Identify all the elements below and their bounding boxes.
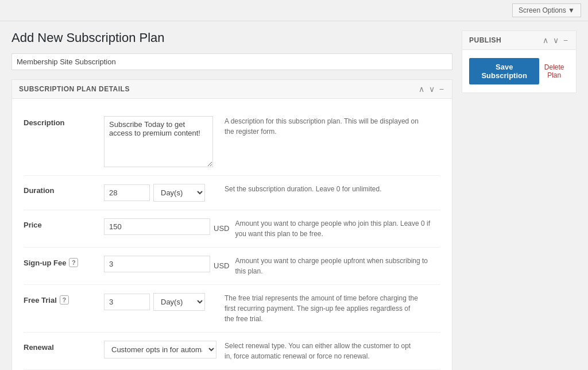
renewal-control-area: Customer opts in for automatic renewal F… <box>104 341 440 361</box>
publish-down-button[interactable]: ∨ <box>552 36 560 45</box>
renewal-row: Renewal Customer opts in for automatic r… <box>24 333 440 370</box>
subscription-details-panel: SUBSCRIPTION PLAN DETAILS ∧ ∨ − Descript… <box>11 79 452 370</box>
signup-fee-row: Sign-up Fee ? 3 USD Amount you want to c… <box>24 248 440 285</box>
price-control-area: 150 USD Amount you want to charge people… <box>104 218 440 239</box>
page-title: Add New Subscription Plan <box>11 30 452 45</box>
publish-header-controls: ∧ ∨ − <box>541 36 569 45</box>
signup-fee-label: Sign-up Fee ? <box>24 256 104 267</box>
panel-up-button[interactable]: ∧ <box>417 84 425 94</box>
renewal-label: Renewal <box>24 341 104 352</box>
publish-body: Save Subscription Delete Plan <box>462 50 576 92</box>
price-controls: 150 USD <box>104 218 229 235</box>
panel-header-label: SUBSCRIPTION PLAN DETAILS <box>19 85 130 93</box>
free-trial-control-area: 3 Day(s) Week(s) Month(s) Year(s) The fr… <box>104 293 440 324</box>
screen-options-button[interactable]: Screen Options ▼ <box>512 3 581 17</box>
description-label: Description <box>24 116 104 127</box>
signup-fee-help: Amount you want to charge people upfront… <box>235 256 430 276</box>
sidebar: PUBLISH ∧ ∨ − Save Subscription Delete P… <box>462 30 577 370</box>
save-subscription-button[interactable]: Save Subscription <box>469 58 539 84</box>
duration-unit-select[interactable]: Day(s) Week(s) Month(s) Year(s) <box>153 184 205 202</box>
panel-header: SUBSCRIPTION PLAN DETAILS ∧ ∨ − <box>12 80 452 99</box>
free-trial-input[interactable]: 3 <box>104 294 150 310</box>
signup-fee-help-icon[interactable]: ? <box>69 258 78 267</box>
signup-fee-controls: 3 USD <box>104 256 229 272</box>
publish-header: PUBLISH ∧ ∨ − <box>462 31 576 50</box>
free-trial-controls: 3 Day(s) Week(s) Month(s) Year(s) <box>104 293 219 311</box>
duration-control-area: 28 Day(s) Week(s) Month(s) Year(s) Set t… <box>104 184 440 202</box>
price-row: Price 150 USD Amount you want to charge … <box>24 210 440 248</box>
price-label: Price <box>24 218 104 229</box>
description-help: A description for this subscription plan… <box>225 116 420 137</box>
free-trial-label: Free Trial ? <box>24 293 104 305</box>
duration-input[interactable]: 28 <box>104 184 150 201</box>
price-input[interactable]: 150 <box>104 218 210 235</box>
delete-plan-button[interactable]: Delete Plan <box>539 63 569 79</box>
signup-fee-input[interactable]: 3 <box>104 256 210 272</box>
free-trial-unit-select[interactable]: Day(s) Week(s) Month(s) Year(s) <box>153 293 205 311</box>
free-trial-help-icon[interactable]: ? <box>60 295 69 305</box>
free-trial-help: The free trial represents the amount of … <box>225 293 420 324</box>
publish-actions: Save Subscription Delete Plan <box>469 58 569 84</box>
description-controls: Subscribe Today to get access to premium… <box>104 116 219 167</box>
description-textarea[interactable]: Subscribe Today to get access to premium… <box>104 116 213 167</box>
panel-down-button[interactable]: ∨ <box>428 84 436 94</box>
publish-up-button[interactable]: ∧ <box>541 36 550 45</box>
duration-help: Set the subscription duration. Leave 0 f… <box>225 184 382 194</box>
duration-row: Duration 28 Day(s) Week(s) Month(s) Year… <box>24 176 440 210</box>
publish-panel: PUBLISH ∧ ∨ − Save Subscription Delete P… <box>462 30 577 93</box>
renewal-controls: Customer opts in for automatic renewal F… <box>104 341 219 359</box>
plan-title-input[interactable] <box>11 53 452 70</box>
duration-controls: 28 Day(s) Week(s) Month(s) Year(s) <box>104 184 219 202</box>
price-help: Amount you want to charge people who joi… <box>235 218 430 239</box>
renewal-help: Select renewal type. You can either allo… <box>225 341 420 361</box>
panel-controls: ∧ ∨ − <box>417 84 445 94</box>
description-row: Description Subscribe Today to get acces… <box>24 108 440 176</box>
signup-fee-control-area: 3 USD Amount you want to charge people u… <box>104 256 440 276</box>
free-trial-row: Free Trial ? 3 Day(s) Week(s) Month(s) Y… <box>24 285 440 333</box>
panel-body: Description Subscribe Today to get acces… <box>12 99 452 370</box>
signup-fee-currency: USD <box>214 258 229 270</box>
duration-label: Duration <box>24 184 104 195</box>
publish-header-label: PUBLISH <box>469 36 501 44</box>
price-currency: USD <box>214 221 229 233</box>
panel-collapse-button[interactable]: − <box>438 84 445 94</box>
publish-collapse-button[interactable]: − <box>562 36 569 45</box>
description-control-area: Subscribe Today to get access to premium… <box>104 116 440 167</box>
renewal-select[interactable]: Customer opts in for automatic renewal F… <box>104 341 216 359</box>
